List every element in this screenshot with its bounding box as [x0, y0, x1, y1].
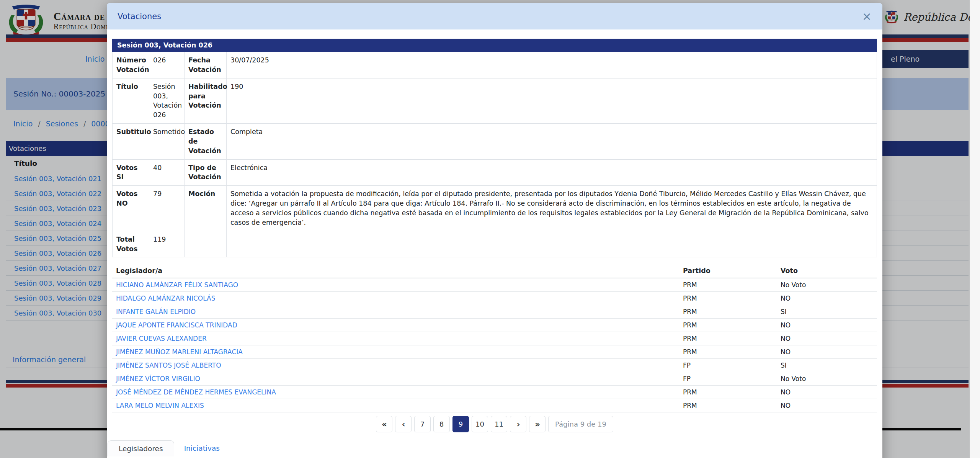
- legislator-party: FP: [679, 359, 777, 372]
- legislator-name-link[interactable]: HIDALGO ALMÁNZAR NICOLÁS: [112, 292, 679, 305]
- detail-value: 190: [227, 78, 877, 123]
- legislators-column-header: Partido: [679, 265, 777, 278]
- legislator-party: FP: [679, 372, 777, 386]
- detail-value: 79: [149, 186, 185, 231]
- legislator-vote: SI: [777, 359, 877, 372]
- legislators-column-header: Voto: [777, 265, 877, 278]
- next-page-icon[interactable]: ›: [510, 416, 526, 432]
- table-row: JIMÉNEZ MUÑOZ MARLENI ALTAGRACIAPRMNO: [112, 345, 877, 359]
- legislator-party: PRM: [679, 292, 777, 305]
- detail-label: Fecha Votación: [185, 52, 227, 79]
- detail-label: Votos SI: [113, 159, 149, 186]
- legislator-vote: No Voto: [777, 278, 877, 292]
- legislator-name-link[interactable]: HICIANO ALMÁNZAR FÉLIX SANTIAGO: [112, 278, 679, 292]
- legislator-party: PRM: [679, 305, 777, 319]
- legislator-party: PRM: [679, 332, 777, 345]
- votaciones-modal: Votaciones × Sesión 003, Votación 026 Nú…: [107, 3, 882, 458]
- detail-label: Subtitulo: [113, 124, 149, 160]
- detail-label: Título: [113, 78, 149, 123]
- detail-label: Moción: [185, 186, 227, 231]
- legislator-vote: NO: [777, 292, 877, 305]
- detail-value: Sometida a votación la propuesta de modi…: [227, 186, 877, 231]
- pagination-status: Página 9 de 19: [548, 416, 613, 432]
- detail-label: Número Votación: [113, 52, 149, 79]
- vote-details-row: Votos NO79MociónSometida a votación la p…: [113, 186, 877, 231]
- vote-details-row: Total Votos119: [113, 231, 877, 257]
- table-row: JIMÉNEZ VÍCTOR VIRGILIOFPNo Voto: [112, 372, 877, 386]
- legislator-vote: NO: [777, 386, 877, 399]
- legislator-party: PRM: [679, 278, 777, 292]
- detail-label: [185, 231, 227, 257]
- detail-label: Tipo de Votación: [185, 159, 227, 186]
- legislator-name-link[interactable]: JAVIER CUEVAS ALEXANDER: [112, 332, 679, 345]
- legislator-vote: NO: [777, 399, 877, 412]
- legislator-name-link[interactable]: JAQUE APONTE FRANCISCA TRINIDAD: [112, 319, 679, 332]
- tab-legisladores[interactable]: Legisladores: [108, 440, 174, 456]
- legislators-column-header: Legislador/a: [112, 265, 679, 278]
- detail-label: Estado de Votación: [185, 124, 227, 160]
- legislator-name-link[interactable]: JIMÉNEZ VÍCTOR VIRGILIO: [112, 372, 679, 386]
- detail-value: Sesión 003, Votación 026: [149, 78, 185, 123]
- detail-value: Sometido: [149, 124, 185, 160]
- table-row: LARA MELO MELVIN ALEXISPRMNO: [112, 399, 877, 412]
- table-row: HICIANO ALMÁNZAR FÉLIX SANTIAGOPRMNo Vot…: [112, 278, 877, 292]
- pagination: «‹7891011›»Página 9 de 19: [112, 416, 877, 432]
- detail-value: 026: [149, 52, 185, 79]
- vote-details-row: SubtituloSometidoEstado de VotaciónCompl…: [113, 124, 877, 160]
- detail-label: Total Votos: [113, 231, 149, 257]
- table-row: INFANTE GALÁN ELPIDIOPRMSI: [112, 305, 877, 319]
- table-row: JAQUE APONTE FRANCISCA TRINIDADPRMNO: [112, 319, 877, 332]
- legislator-party: PRM: [679, 386, 777, 399]
- last-page-icon[interactable]: »: [529, 416, 546, 432]
- detail-label: Habilitado para Votación: [185, 78, 227, 123]
- legislator-vote: SI: [777, 305, 877, 319]
- page-button[interactable]: 9: [452, 416, 469, 432]
- modal-header: Votaciones ×: [107, 3, 882, 29]
- legislator-party: PRM: [679, 399, 777, 412]
- vote-details-row: TítuloSesión 003, Votación 026Habilitado…: [113, 78, 877, 123]
- detail-value: 30/07/2025: [227, 52, 877, 79]
- close-icon[interactable]: ×: [862, 11, 872, 22]
- table-row: JIMÉNEZ SANTOS JOSÉ ALBERTOFPSI: [112, 359, 877, 372]
- page-button[interactable]: 11: [491, 416, 507, 432]
- page-button[interactable]: 7: [414, 416, 431, 432]
- vote-details-row: Número Votación026Fecha Votación30/07/20…: [113, 52, 877, 79]
- legislator-vote: NO: [777, 332, 877, 345]
- detail-value: 119: [149, 231, 185, 257]
- legislator-vote: NO: [777, 319, 877, 332]
- legislator-vote: NO: [777, 345, 877, 359]
- vote-details-row: Votos SI40Tipo de VotaciónElectrónica: [113, 159, 877, 186]
- tab-iniciativas[interactable]: Iniciativas: [174, 440, 230, 456]
- legislator-name-link[interactable]: JOSÉ MÉNDEZ DE MÉNDEZ HERMES EVANGELINA: [112, 386, 679, 399]
- first-page-icon[interactable]: «: [376, 416, 392, 432]
- legislator-party: PRM: [679, 319, 777, 332]
- legislator-name-link[interactable]: INFANTE GALÁN ELPIDIO: [112, 305, 679, 319]
- detail-label: Votos NO: [113, 186, 149, 231]
- vote-details-table: Número Votación026Fecha Votación30/07/20…: [112, 52, 877, 257]
- vote-details-header: Sesión 003, Votación 026: [112, 39, 877, 52]
- detail-value: 40: [149, 159, 185, 186]
- legislators-table: Legislador/aPartidoVoto HICIANO ALMÁNZAR…: [112, 265, 877, 412]
- prev-page-icon[interactable]: ‹: [395, 416, 412, 432]
- table-row: JAVIER CUEVAS ALEXANDERPRMNO: [112, 332, 877, 345]
- legislator-vote: No Voto: [777, 372, 877, 386]
- table-row: HIDALGO ALMÁNZAR NICOLÁSPRMNO: [112, 292, 877, 305]
- modal-body: Sesión 003, Votación 026 Número Votación…: [107, 29, 882, 456]
- table-row: JOSÉ MÉNDEZ DE MÉNDEZ HERMES EVANGELINAP…: [112, 386, 877, 399]
- page-button[interactable]: 10: [472, 416, 488, 432]
- legislator-name-link[interactable]: LARA MELO MELVIN ALEXIS: [112, 399, 679, 412]
- detail-value: Completa: [227, 124, 877, 160]
- legislator-name-link[interactable]: JIMÉNEZ MUÑOZ MARLENI ALTAGRACIA: [112, 345, 679, 359]
- legislator-name-link[interactable]: JIMÉNEZ SANTOS JOSÉ ALBERTO: [112, 359, 679, 372]
- detail-value: Electrónica: [227, 159, 877, 186]
- browser-scrollbar[interactable]: [970, 0, 980, 458]
- modal-title: Votaciones: [118, 12, 161, 21]
- legislator-party: PRM: [679, 345, 777, 359]
- modal-tabs: LegisladoresIniciativas: [108, 440, 877, 456]
- page-button[interactable]: 8: [433, 416, 450, 432]
- detail-value: [227, 231, 877, 257]
